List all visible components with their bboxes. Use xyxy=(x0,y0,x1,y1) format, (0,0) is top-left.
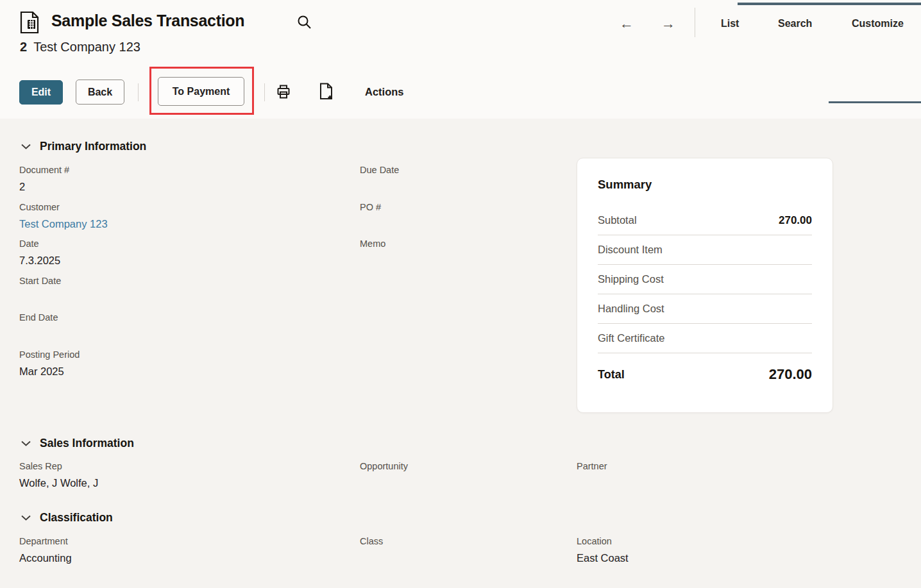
field-value: Wolfe, J Wolfe, J xyxy=(19,477,98,489)
sales-information-header[interactable]: Sales Information xyxy=(21,437,134,450)
chevron-down-icon xyxy=(21,144,31,149)
summary-row-handling-cost: Handling Cost xyxy=(598,294,812,324)
edit-button[interactable]: Edit xyxy=(19,80,63,105)
total-value: 270.00 xyxy=(769,366,812,383)
field-label: Start Date xyxy=(19,276,61,286)
field-label: Date xyxy=(19,239,60,249)
field-label: PO # xyxy=(360,202,381,212)
field-class: Class xyxy=(360,536,383,552)
title-search-icon[interactable] xyxy=(297,15,312,29)
record-subtitle: 2Test Company 123 xyxy=(20,40,140,55)
field-label: Partner xyxy=(577,461,607,471)
sales-transaction-page: Sample Sales Transaction 2Test Company 1… xyxy=(0,0,921,588)
section-title: Sales Information xyxy=(40,437,134,450)
to-payment-button[interactable]: To Payment xyxy=(158,77,244,106)
field-start-date: Start Date xyxy=(19,276,61,292)
field-location: Location East Coast xyxy=(577,536,629,564)
field-label: Sales Rep xyxy=(19,461,98,471)
field-label: End Date xyxy=(19,312,58,323)
nav-back-arrow[interactable]: ← xyxy=(620,17,634,31)
row-label: Discount Item xyxy=(598,244,663,256)
nav-divider xyxy=(695,8,695,37)
classification-header[interactable]: Classification xyxy=(21,511,113,525)
field-memo: Memo xyxy=(360,239,385,255)
record-name: Test Company 123 xyxy=(33,40,140,54)
row-label: Subtotal xyxy=(598,214,637,226)
row-label: Shipping Cost xyxy=(598,273,664,285)
summary-title: Summary xyxy=(598,178,812,192)
field-sales-rep: Sales Rep Wolfe, J Wolfe, J xyxy=(19,461,98,489)
field-value: Mar 2025 xyxy=(19,365,80,378)
field-opportunity: Opportunity xyxy=(360,461,408,477)
field-partner: Partner xyxy=(577,461,607,477)
field-due-date: Due Date xyxy=(360,165,399,181)
nav-link-search[interactable]: Search xyxy=(778,18,812,29)
page-title: Sample Sales Transaction xyxy=(51,12,244,30)
chevron-down-icon xyxy=(21,441,31,446)
field-customer: Customer Test Company 123 xyxy=(19,202,108,230)
summary-row-subtotal: Subtotal 270.00 xyxy=(598,206,812,235)
field-value: East Coast xyxy=(577,552,629,564)
field-label: Opportunity xyxy=(360,461,408,471)
summary-card: Summary Subtotal 270.00 Discount Item Sh… xyxy=(577,158,833,413)
top-accent-bar xyxy=(738,3,921,5)
total-label: Total xyxy=(598,368,625,382)
back-button[interactable]: Back xyxy=(76,80,124,105)
field-value: 2 xyxy=(19,181,69,193)
section-title: Classification xyxy=(40,511,113,525)
field-label: Customer xyxy=(19,202,108,212)
print-icon[interactable] xyxy=(276,84,291,99)
field-label: Due Date xyxy=(360,165,399,175)
field-po-number: PO # xyxy=(360,202,381,218)
field-label: Class xyxy=(360,536,383,546)
customer-link[interactable]: Test Company 123 xyxy=(19,218,108,230)
section-title: Primary Information xyxy=(40,140,146,153)
row-label: Gift Certificate xyxy=(598,332,665,344)
new-document-icon[interactable] xyxy=(319,83,334,100)
primary-information-header[interactable]: Primary Information xyxy=(21,140,146,153)
field-label: Location xyxy=(577,536,629,546)
toolbar-divider-1 xyxy=(138,83,139,101)
summary-total-row: Total 270.00 xyxy=(598,366,812,383)
field-value: 7.3.2025 xyxy=(19,255,60,267)
field-posting-period: Posting Period Mar 2025 xyxy=(19,349,80,378)
field-end-date: End Date xyxy=(19,312,58,328)
summary-row-gift-certificate: Gift Certificate xyxy=(598,324,812,353)
field-label: Posting Period xyxy=(19,349,80,360)
nav-link-customize[interactable]: Customize xyxy=(852,18,904,29)
actions-menu[interactable]: Actions xyxy=(365,86,404,98)
transaction-record-icon xyxy=(19,11,40,34)
nav-forward-arrow[interactable]: → xyxy=(661,17,675,31)
summary-row-discount-item: Discount Item xyxy=(598,235,812,265)
field-label: Memo xyxy=(360,239,385,249)
field-date: Date 7.3.2025 xyxy=(19,239,60,267)
field-label: Document # xyxy=(19,165,69,175)
summary-row-shipping-cost: Shipping Cost xyxy=(598,265,812,294)
field-department: Department Accounting xyxy=(19,536,72,564)
toolbar-accent-bar xyxy=(829,101,921,103)
nav-link-list[interactable]: List xyxy=(721,18,739,29)
field-label: Department xyxy=(19,536,72,546)
toolbar-divider-2 xyxy=(264,83,265,101)
chevron-down-icon xyxy=(21,515,31,521)
row-value: 270.00 xyxy=(779,214,812,227)
field-value: Accounting xyxy=(19,552,72,564)
row-label: Handling Cost xyxy=(598,303,664,315)
field-document-number: Document # 2 xyxy=(19,165,69,193)
record-number: 2 xyxy=(20,40,27,54)
